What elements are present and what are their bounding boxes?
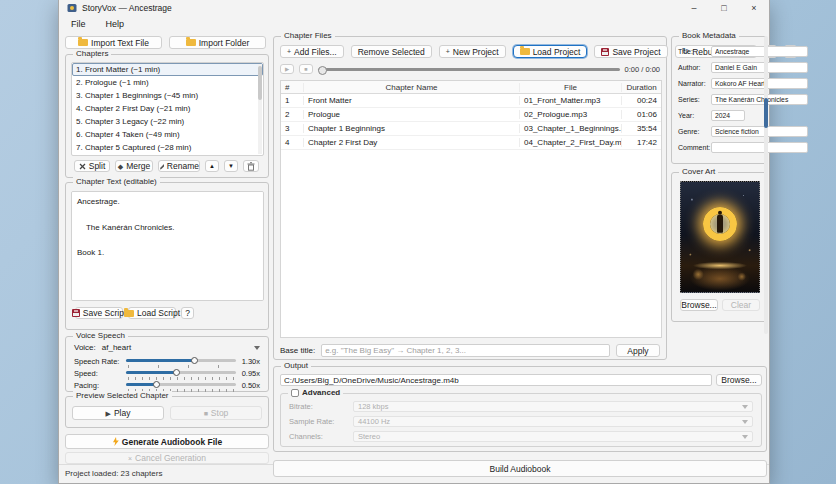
- cell-file: 01_Front_Matter.mp3: [519, 96, 621, 105]
- bitrate-select[interactable]: 128 kbps: [353, 401, 753, 412]
- menu-file[interactable]: File: [69, 19, 88, 29]
- book-metadata-group-label: Book Metadata: [679, 31, 739, 41]
- floppy-icon: [72, 309, 80, 317]
- genre-input[interactable]: [711, 126, 808, 137]
- floppy-icon: [601, 48, 609, 56]
- col-header-name[interactable]: Chapter Name: [303, 83, 519, 92]
- output-browse-button[interactable]: Browse...: [716, 374, 762, 386]
- slider-thumb[interactable]: [191, 357, 198, 364]
- file-play-button[interactable]: ▶: [280, 64, 294, 74]
- chapters-group-label: Chapters: [73, 49, 111, 59]
- series-label: Series:: [678, 96, 708, 103]
- title-bar: StoryVox — Ancestrage: [59, 0, 769, 16]
- chevron-down-icon: [742, 420, 748, 424]
- cancel-icon: ×: [128, 455, 132, 462]
- narrator-input[interactable]: [711, 78, 808, 89]
- minimize-button[interactable]: –: [679, 0, 709, 16]
- narrator-label: Narrator:: [678, 80, 708, 87]
- cancel-generation-button[interactable]: × Cancel Generation: [65, 452, 269, 464]
- file-stop-button[interactable]: ■: [299, 64, 313, 74]
- speed-value: 0.95x: [240, 369, 260, 378]
- table-row[interactable]: 3 Chapter 1 Beginnings 03_Chapter_1_Begi…: [281, 122, 661, 136]
- chapter-list-item[interactable]: 5. Chapter 3 Legacy (~22 min): [72, 115, 263, 128]
- slider-thumb[interactable]: [153, 381, 160, 388]
- split-button[interactable]: Split: [74, 160, 110, 172]
- pacing-slider[interactable]: [126, 380, 236, 391]
- output-path-input[interactable]: [280, 374, 712, 386]
- delete-chapter-button[interactable]: [243, 160, 259, 172]
- comment-input[interactable]: [711, 142, 808, 153]
- cell-duration: 35:54: [621, 124, 661, 133]
- merge-button[interactable]: ◆ Merge: [115, 160, 153, 172]
- voice-label: Voice:: [74, 343, 96, 352]
- generate-audiobook-button[interactable]: Generate Audiobook File: [65, 434, 269, 449]
- table-row[interactable]: 4 Chapter 2 First Day 04_Chapter_2_First…: [281, 136, 661, 150]
- chapter-list-item[interactable]: 3. Chapter 1 Beginnings (~45 min): [72, 89, 263, 102]
- speech-rate-row: Speech Rate: 1.30x: [74, 356, 260, 367]
- load-project-button[interactable]: Load Project: [513, 45, 588, 58]
- new-project-button[interactable]: + New Project: [439, 45, 506, 58]
- import-text-file-button[interactable]: Import Text File: [65, 36, 162, 49]
- move-chapter-up-button[interactable]: ▲: [205, 160, 219, 172]
- base-title-row: Base title: Apply: [280, 344, 660, 357]
- table-row[interactable]: 2 Prologue 02_Prologue.mp3 01:06: [281, 108, 661, 122]
- script-help-button[interactable]: ?: [181, 307, 194, 319]
- rename-button[interactable]: Rename: [158, 160, 200, 172]
- chapter-list-item[interactable]: 4. Chapter 2 First Day (~21 min): [72, 102, 263, 115]
- save-project-button[interactable]: Save Project: [594, 45, 667, 58]
- stop-button[interactable]: ■ Stop: [170, 406, 262, 420]
- chapter-text-editor[interactable]: Ancestrage. The Kanérán Chronicles. Book…: [71, 191, 264, 301]
- col-header-num[interactable]: #: [281, 83, 303, 92]
- sample-rate-select[interactable]: 44100 Hz: [353, 416, 753, 427]
- slider-thumb[interactable]: [173, 369, 180, 376]
- series-input[interactable]: [711, 94, 808, 105]
- remove-selected-button[interactable]: Remove Selected: [351, 45, 432, 58]
- apply-button[interactable]: Apply: [616, 344, 660, 357]
- move-chapter-down-button[interactable]: ▼: [224, 160, 238, 172]
- cover-clear-button[interactable]: Clear: [722, 299, 760, 311]
- speed-slider[interactable]: [126, 368, 236, 379]
- advanced-group: Advanced Bitrate: 128 kbps Sample Rate: …: [280, 393, 762, 447]
- chapter-list-item[interactable]: 6. Chapter 4 Taken (~49 min): [72, 128, 263, 141]
- play-button[interactable]: ▶ Play: [72, 406, 164, 420]
- channels-select[interactable]: Stereo: [353, 431, 753, 442]
- save-script-button[interactable]: Save Script: [75, 307, 123, 319]
- col-header-duration[interactable]: Duration: [621, 83, 661, 92]
- plus-icon: +: [446, 48, 450, 55]
- speech-rate-slider[interactable]: [126, 356, 236, 367]
- advanced-legend: Advanced: [288, 388, 343, 398]
- load-script-button[interactable]: Load Script: [128, 307, 176, 319]
- table-row[interactable]: 1 Front Matter 01_Front_Matter.mp3 00:24: [281, 94, 661, 108]
- play-icon: ▶: [106, 410, 111, 417]
- year-input[interactable]: [711, 110, 745, 121]
- base-title-input[interactable]: [321, 344, 610, 357]
- folder-icon: [78, 39, 88, 46]
- cancel-generation-label: Cancel Generation: [135, 453, 206, 463]
- maximize-button[interactable]: □: [709, 0, 739, 16]
- bitrate-label: Bitrate:: [289, 402, 347, 411]
- play-label: Play: [114, 408, 131, 418]
- col-header-file[interactable]: File: [519, 83, 621, 92]
- title-input[interactable]: [711, 46, 808, 57]
- year-field-row: Year:: [678, 109, 762, 121]
- bitrate-value: 128 kbps: [358, 402, 388, 411]
- chapters-list[interactable]: 1. Front Matter (~1 min) 2. Prologue (~1…: [71, 62, 264, 156]
- author-input[interactable]: [711, 62, 808, 73]
- folder-icon: [124, 310, 134, 317]
- chapter-list-item[interactable]: 1. Front Matter (~1 min): [72, 63, 263, 76]
- cover-browse-button[interactable]: Browse...: [680, 299, 718, 311]
- playback-slider[interactable]: [318, 68, 620, 71]
- build-audiobook-button[interactable]: Build Audiobook: [273, 460, 767, 477]
- chapter-list-item[interactable]: 7. Chapter 5 Captured (~28 min): [72, 141, 263, 154]
- advanced-checkbox[interactable]: [291, 389, 299, 397]
- scrollbar-thumb[interactable]: [764, 98, 768, 128]
- right-panel-scrollbar[interactable]: [764, 36, 768, 334]
- import-folder-button[interactable]: Import Folder: [169, 36, 266, 49]
- chapter-list-item[interactable]: 2. Prologue (~1 min): [72, 76, 263, 89]
- menu-help[interactable]: Help: [104, 19, 127, 29]
- stop-icon: ■: [304, 66, 307, 72]
- add-files-button[interactable]: + Add Files...: [280, 45, 344, 58]
- chapters-scrollbar[interactable]: [258, 64, 262, 154]
- voice-select[interactable]: af_heart: [102, 343, 248, 352]
- close-button[interactable]: ×: [739, 0, 769, 16]
